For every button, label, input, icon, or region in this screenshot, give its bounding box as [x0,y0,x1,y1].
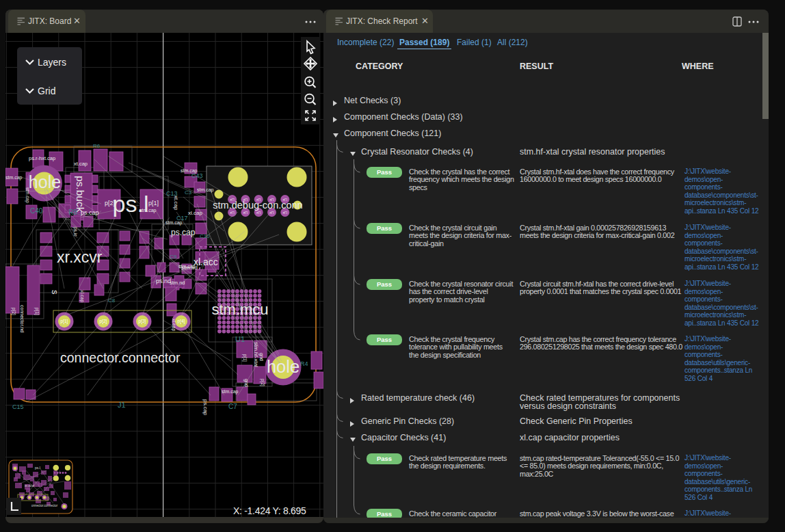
svg-text:Grid: Grid [38,85,55,96]
svg-text:C8: C8 [108,297,116,304]
svg-text:p[2]: p[2] [260,379,265,386]
svg-text:Layers: Layers [38,57,66,68]
svg-text:p[*]: p[*] [283,211,287,214]
svg-text:ps.r-hxt.cap: ps.r-hxt.cap [29,155,55,161]
svg-text:p[2]: p[2] [100,319,107,324]
svg-text:C7: C7 [228,403,237,410]
svg-text:C13: C13 [166,190,178,197]
svg-text:xr.xcvr: xr.xcvr [25,483,35,488]
svg-text:ps.cap: ps.cap [81,209,99,216]
svg-text:xr.xcvr: xr.xcvr [57,248,103,266]
svg-text:p[1]: p[1] [61,319,68,324]
svg-text:stm.cap: stm.cap [222,389,239,395]
svg-text:ps.io: ps.io [72,227,78,237]
svg-text:stm.cap: stm.cap [139,208,157,213]
svg-text:p[*]: p[*] [256,211,261,214]
svg-text:C3: C3 [185,189,192,196]
svg-text:xt.cap: xt.cap [74,161,88,167]
svg-text:ps.l: ps.l [35,466,40,470]
svg-text:U1: U1 [235,335,245,343]
svg-text:stm.cap: stm.cap [25,187,30,203]
svg-text:R6: R6 [93,143,101,149]
svg-text:p[1]: p[1] [242,354,248,362]
svg-text:xt.cap: xt.cap [173,196,179,211]
svg-text:ps.cap: ps.cap [202,399,209,416]
svg-text:stm.nd: stm.nd [170,280,185,286]
svg-text:hole: hole [267,357,300,376]
svg-text:connector.nd: connector.nd [20,305,25,332]
svg-text:gnd: gnd [243,379,249,387]
svg-text:ps.buck: ps.buck [75,176,86,213]
svg-text:J1: J1 [118,401,126,409]
svg-text:ps.l: ps.l [113,191,149,217]
svg-text:p[1]: p[1] [148,200,159,207]
svg-text:hole: hole [29,172,61,191]
svg-text:ps.cap: ps.cap [171,228,196,237]
svg-text:p[2]: p[2] [11,308,16,315]
svg-text:p[1]: p[1] [34,308,40,315]
svg-text:stm.cap: stm.cap [5,175,23,181]
svg-text:stm.nd: stm.nd [181,265,198,271]
svg-text:onnector.connector: onnector.connector [31,504,58,507]
svg-text:stm.mcu: stm.mcu [211,301,268,318]
svg-text:xl.cap: xl.cap [79,290,85,302]
svg-text:xl.cap: xl.cap [188,210,202,216]
svg-text:C10: C10 [200,233,210,239]
svg-text:R8: R8 [68,209,77,216]
svg-text:C15: C15 [12,403,24,410]
svg-text:C9: C9 [170,254,177,260]
svg-text:C17: C17 [176,215,188,222]
svg-text:ps.nd: ps.nd [156,278,171,284]
svg-text:p[*]: p[*] [243,211,248,214]
svg-text:p[2]: p[2] [105,200,115,207]
svg-text:stm.debug-con.conn: stm.debug-con.conn [213,200,302,211]
svg-text:s: s [50,290,60,295]
svg-text:xl.cap: xl.cap [171,319,176,331]
svg-text:stm.hf-xtal: stm.hf-xtal [253,342,259,367]
svg-text:C43: C43 [191,172,203,179]
svg-text:C40: C40 [30,207,43,215]
svg-text:connector.connector: connector.connector [60,350,181,365]
svg-text:p[*]: p[*] [230,211,235,214]
svg-text:X: -1.424 Y: 8.695: X: -1.424 Y: 8.695 [233,505,306,516]
svg-text:stm.cap: stm.cap [197,187,214,193]
svg-text:R4: R4 [300,360,308,367]
